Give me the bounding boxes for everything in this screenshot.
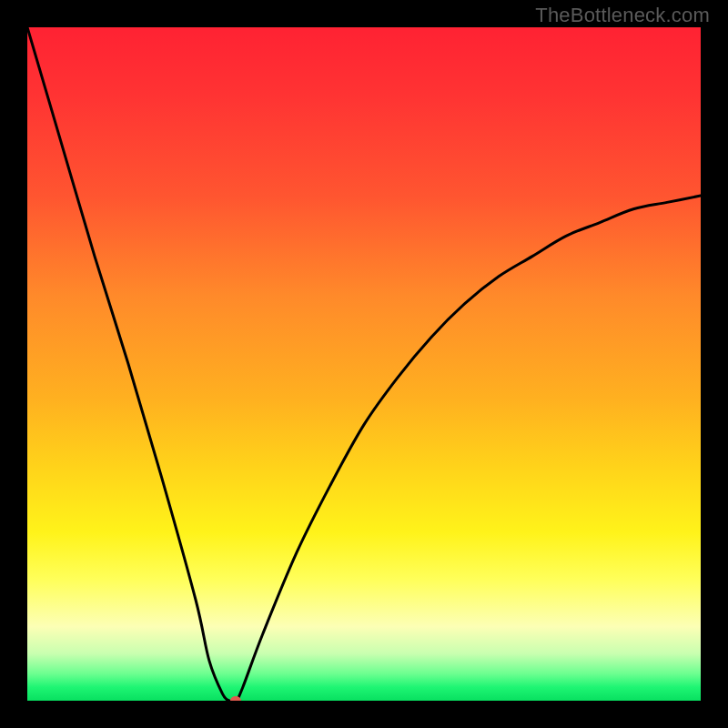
plot-area xyxy=(27,27,701,701)
chart-frame: TheBottleneck.com xyxy=(0,0,728,728)
watermark-label: TheBottleneck.com xyxy=(535,4,710,27)
optimal-point-marker xyxy=(230,696,241,701)
bottleneck-curve xyxy=(27,27,701,701)
